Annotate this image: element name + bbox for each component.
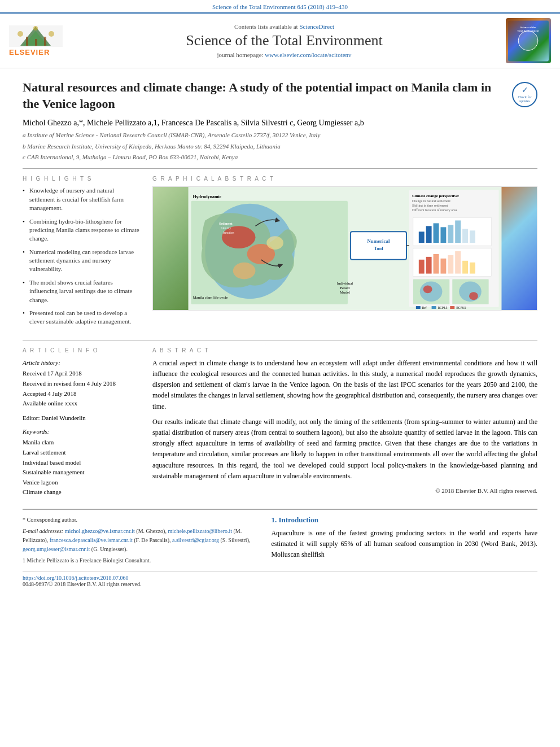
email-francesca[interactable]: francesca.depascalis@ve.ismar.cnr.it — [50, 537, 133, 543]
elsevier-tree-icon — [9, 25, 63, 47]
email-michele[interactable]: michele.pellizzato@libero.it — [168, 528, 232, 534]
svg-point-6 — [18, 31, 23, 37]
svg-point-10 — [518, 30, 538, 50]
svg-rect-46 — [419, 260, 425, 274]
journal-title: Science of the Total Environment — [68, 32, 500, 49]
email-addresses: E-mail addresses: michol.ghezzo@ve.ismar… — [23, 527, 254, 554]
journal-thumbnail: Science of the Total Environment — [506, 18, 551, 63]
affiliation-a: a Institute of Marine Science - National… — [23, 131, 537, 139]
svg-rect-64 — [450, 306, 454, 309]
introduction-column: 1. Introduction Aquaculture is one of th… — [271, 516, 537, 565]
keyword-2: Larval settlement — [23, 449, 66, 456]
revised-date: Received in revised form 4 July 2018 — [23, 379, 141, 389]
email-michol-name: (M. Ghezzo), — [136, 528, 168, 534]
svg-text:Sediment: Sediment — [219, 222, 233, 226]
svg-text:Manila clam life cycle: Manila clam life cycle — [193, 296, 228, 300]
introduction-text: Aquaculture is one of the fastest growin… — [271, 528, 537, 561]
badge-text1: Check for — [518, 95, 532, 99]
highlight-item-2: Combining hydro-bio-lithosphere for pred… — [23, 217, 141, 243]
affiliation-b: b Marine Research Institute, University … — [23, 142, 537, 151]
journal-cover-image: Science of the Total Environment — [508, 20, 549, 62]
issn-line: 0048-9697/© 2018 Elsevier B.V. All right… — [23, 581, 141, 587]
footnote-1: 1 Michele Pellizzato is a Freelance Biol… — [23, 556, 254, 565]
svg-rect-37 — [419, 232, 425, 243]
svg-rect-43 — [462, 229, 468, 243]
authors-line: Michol Ghezzo a,*, Michele Pellizzato a,… — [23, 119, 537, 128]
affiliation-c: c CAB International, 9, Muthaiga – Limur… — [23, 153, 537, 161]
svg-text:Ref: Ref — [422, 306, 427, 309]
sciencedirect-link[interactable]: ScienceDirect — [299, 23, 334, 30]
svg-text:Identity: Identity — [221, 227, 231, 230]
doi-url[interactable]: https://doi.org/10.1016/j.scitotenv.2018… — [23, 575, 129, 581]
svg-point-18 — [233, 263, 256, 279]
keyword-5: Venice lagoon — [23, 479, 58, 486]
journal-header: ELSEVIER Contents lists available at Sci… — [0, 12, 560, 68]
keyword-3: Individual based model — [23, 459, 81, 466]
highlight-item-3: Numerical modeling can reproduce larvae … — [23, 248, 141, 274]
footer-area: * Corresponding author. E-mail addresses… — [23, 509, 537, 565]
svg-rect-3 — [26, 37, 28, 46]
svg-text:Numerical: Numerical — [367, 238, 390, 244]
accepted-date: Accepted 4 July 2018 — [23, 389, 141, 399]
svg-rect-38 — [426, 226, 432, 243]
email-georg[interactable]: georg.umgiesser@ismar.cnr.it — [23, 546, 90, 552]
svg-rect-39 — [434, 224, 439, 243]
svg-rect-44 — [470, 231, 475, 243]
svg-rect-42 — [455, 221, 461, 243]
elsevier-wordmark: ELSEVIER — [9, 48, 50, 56]
svg-text:Tool: Tool — [374, 246, 383, 251]
svg-point-59 — [469, 292, 478, 300]
svg-text:Model: Model — [340, 291, 350, 295]
highlights-and-graphical: H I G H L I G H T S Knowledge of nursery… — [23, 176, 537, 330]
svg-rect-60 — [416, 306, 421, 309]
graphical-abstract-svg: Hydrodynamic Manila clam life cycle Sedi… — [153, 187, 537, 310]
svg-rect-49 — [440, 259, 446, 274]
graphical-abstract-image: Hydrodynamic Manila clam life cycle Sedi… — [152, 186, 537, 311]
article-history: Article history: Received 17 April 2018 … — [23, 358, 141, 409]
elsevier-logo: ELSEVIER — [9, 24, 63, 58]
article-info-column: A R T I C L E I N F O Article history: R… — [23, 347, 141, 497]
keyword-4: Sustainable management — [23, 469, 85, 475]
article-title-row: Natural resources and climate change: A … — [23, 80, 537, 112]
keywords-section: Keywords: Manila clam Larval settlement … — [23, 427, 141, 497]
svg-rect-40 — [440, 228, 446, 243]
check-for-updates-badge: ✓ Check for updates — [512, 82, 537, 107]
email-silvia[interactable]: a.silvestri@cgiar.org — [172, 537, 219, 543]
svg-text:Based: Based — [340, 286, 350, 290]
article-area: Natural resources and climate change: A … — [0, 68, 560, 509]
divider-2 — [23, 340, 537, 340]
highlights-column: H I G H L I G H T S Knowledge of nursery… — [23, 176, 141, 330]
svg-rect-50 — [448, 255, 453, 274]
corresponding-author: * Corresponding author. — [23, 516, 254, 525]
article-info-label: A R T I C L E I N F O — [23, 347, 141, 353]
svg-text:Climate change perspective:: Climate change perspective: — [412, 194, 459, 198]
highlights-list: Knowledge of nursery and natural settlem… — [23, 186, 141, 326]
graphical-abstract-label: G R A P H I C A L A B S T R A C T — [152, 176, 537, 182]
svg-point-8 — [33, 26, 38, 30]
svg-rect-51 — [455, 251, 461, 274]
svg-rect-41 — [448, 225, 453, 243]
intro-paragraph: Aquaculture is one of the fastest growin… — [271, 529, 537, 558]
svg-text:Science of the: Science of the — [520, 25, 536, 28]
highlight-item-5: Presented tool can be used to develop a … — [23, 309, 141, 326]
svg-rect-53 — [470, 263, 475, 274]
email-label: E-mail addresses: — [23, 528, 65, 534]
available-online: Available online xxxx — [23, 399, 141, 409]
svg-rect-4 — [35, 39, 37, 46]
email-francesca-name: (F. De Pascalis), — [134, 537, 172, 543]
journal-homepage: journal homepage: www.elsevier.com/locat… — [68, 51, 500, 58]
svg-point-56 — [423, 286, 432, 294]
editor-line: Editor: Daniel Wunderlin — [23, 414, 141, 421]
email-georg-name: (G. Umgiesser). — [91, 546, 128, 552]
divider-1 — [23, 168, 537, 169]
svg-text:RCP8.5: RCP8.5 — [456, 306, 466, 309]
homepage-url[interactable]: www.elsevier.com/locate/scitotenv — [265, 51, 351, 58]
svg-rect-62 — [432, 306, 436, 309]
graphical-abstract-column: G R A P H I C A L A B S T R A C T — [152, 176, 537, 330]
introduction-heading: 1. Introduction — [271, 516, 537, 525]
abstract-paragraph-1: A crucial aspect in climate change is to… — [152, 358, 537, 412]
svg-text:Total Environment: Total Environment — [517, 29, 539, 32]
svg-rect-5 — [44, 37, 46, 46]
keyword-6: Climate change — [23, 488, 62, 495]
email-michol[interactable]: michol.ghezzo@ve.ismar.cnr.it — [65, 528, 135, 534]
